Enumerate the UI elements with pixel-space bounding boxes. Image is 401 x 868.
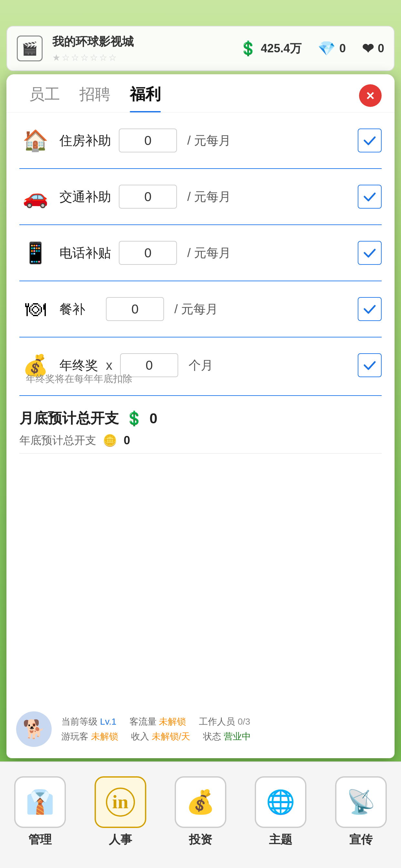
heart-value: 0 xyxy=(378,42,384,55)
top-status-bar: 🎬 我的环球影视城 ★☆☆☆☆☆☆ 💲 425.4万 💎 0 ❤ 0 xyxy=(6,26,395,71)
invest-icon-wrap: 💰 xyxy=(175,776,226,828)
diamond-icon: 💎 xyxy=(318,40,335,57)
manage-label: 管理 xyxy=(28,832,52,848)
status-value: 营业中 xyxy=(224,732,251,741)
cinema-info: 我的环球影视城 ★☆☆☆☆☆☆ xyxy=(52,34,134,63)
diamond-value: 0 xyxy=(339,42,346,55)
invest-label: 投资 xyxy=(189,832,212,848)
promo-icon-wrap: 📡 xyxy=(335,776,387,828)
theme-label: 主题 xyxy=(269,832,292,848)
meal-unit: / 元每月 xyxy=(174,301,218,317)
tab-employees[interactable]: 员工 xyxy=(19,84,70,113)
nav-promo[interactable]: 📡 宣传 xyxy=(329,776,393,848)
level-value: Lv.1 xyxy=(100,717,117,726)
meal-check[interactable] xyxy=(358,297,382,321)
venue-stats-row-1: 当前等级 Lv.1 客流量 未解锁 工作人员 0/3 xyxy=(61,716,385,728)
transport-input[interactable] xyxy=(119,185,177,209)
phone-icon: 📱 xyxy=(19,237,52,269)
bonus-sublabel: 年终奖将在每年年底扣除 xyxy=(26,372,382,389)
staff-label: 工作人员 0/3 xyxy=(199,716,250,728)
modal-tab-bar: 员工 招聘 福利 × xyxy=(6,74,395,113)
logo-icon: 🎬 xyxy=(22,41,38,56)
nav-invest[interactable]: 💰 投资 xyxy=(168,776,233,848)
flow-value: 未解锁 xyxy=(159,717,186,726)
benefit-phone-row: 📱 电话补贴 / 元每月 xyxy=(19,225,382,281)
housing-icon: 🏠 xyxy=(19,124,52,157)
summary-divider xyxy=(19,453,382,454)
status-label: 状态 营业中 xyxy=(203,731,251,743)
monthly-expense-label: 月底预计总开支 xyxy=(19,409,119,428)
cinema-name: 我的环球影视城 xyxy=(52,34,134,50)
venue-info-bar: 🐕 当前等级 Lv.1 客流量 未解锁 工作人员 0/3 游玩客 未解锁 收入 … xyxy=(6,700,395,758)
modal-body: 🏠 住房补助 / 元每月 🚗 交通补助 / 元每月 📱 xyxy=(6,113,395,758)
entry-value: 未解锁/天 xyxy=(152,732,190,741)
housing-input[interactable] xyxy=(119,128,177,152)
bottom-navigation: 👔 管理 in 人事 💰 投资 🌐 主题 📡 宣传 xyxy=(0,762,401,868)
cinema-logo: 🎬 xyxy=(17,35,42,61)
transport-icon: 🚗 xyxy=(19,181,52,213)
phone-input[interactable] xyxy=(119,241,177,265)
transport-check[interactable] xyxy=(358,185,382,209)
manage-icon: 👔 xyxy=(26,788,55,816)
diamond-stat: 💎 0 xyxy=(318,40,346,57)
invest-icon: 💰 xyxy=(186,788,215,816)
bonus-x: x xyxy=(106,358,112,373)
yearly-expense-label: 年底预计总开支 xyxy=(19,433,96,448)
meal-input[interactable] xyxy=(106,297,164,321)
top-stats: 💲 425.4万 💎 0 ❤ 0 xyxy=(239,40,384,57)
flow-label: 客流量 未解锁 xyxy=(129,716,186,728)
tab-recruit[interactable]: 招聘 xyxy=(70,84,120,113)
nav-theme[interactable]: 🌐 主题 xyxy=(248,776,313,848)
benefit-meal-row: 🍽 餐补 / 元每月 xyxy=(19,281,382,337)
venue-stats-row-2: 游玩客 未解锁 收入 未解锁/天 状态 营业中 xyxy=(61,731,385,743)
bonus-label: 年终奖 xyxy=(59,356,98,374)
hr-label: 人事 xyxy=(109,832,132,848)
monthly-expense-value: 0 xyxy=(150,410,157,427)
visitor-label: 游玩客 未解锁 xyxy=(61,731,118,743)
yearly-expense-value: 0 xyxy=(124,434,130,447)
theme-icon-wrap: 🌐 xyxy=(255,776,306,828)
monthly-expense-row: 月底预计总开支 💲 0 xyxy=(19,409,382,428)
level-label: 当前等级 Lv.1 xyxy=(61,716,117,728)
phone-label: 电话补贴 xyxy=(59,244,111,262)
tab-benefits[interactable]: 福利 xyxy=(120,84,171,113)
benefit-bonus-section: 💰 年终奖 x 个月 年终奖将在每年年底扣除 xyxy=(19,337,382,396)
money-stat: 💲 425.4万 xyxy=(239,40,302,57)
promo-label: 宣传 xyxy=(349,832,373,848)
expense-summary: 月底预计总开支 💲 0 年底预计总开支 🪙 0 xyxy=(19,396,382,463)
transport-label: 交通补助 xyxy=(59,188,111,206)
monthly-coin-icon: 💲 xyxy=(125,410,143,427)
heart-stat: ❤ 0 xyxy=(362,40,384,57)
visitor-value: 未解锁 xyxy=(91,732,118,741)
heart-icon: ❤ xyxy=(362,40,374,57)
housing-label: 住房补助 xyxy=(59,132,111,150)
transport-unit: / 元每月 xyxy=(187,189,231,205)
housing-unit: / 元每月 xyxy=(187,132,231,149)
money-value: 425.4万 xyxy=(261,41,302,57)
staff-value: 0/3 xyxy=(238,717,250,726)
benefit-housing-row: 🏠 住房补助 / 元每月 xyxy=(19,113,382,169)
cinema-stars: ★☆☆☆☆☆☆ xyxy=(52,52,134,63)
promo-icon: 📡 xyxy=(346,788,375,816)
bonus-unit: 个月 xyxy=(189,357,213,374)
hr-icon-wrap: in xyxy=(95,776,146,828)
meal-label: 餐补 xyxy=(59,300,98,318)
venue-details: 当前等级 Lv.1 客流量 未解锁 工作人员 0/3 游玩客 未解锁 收入 未解… xyxy=(61,716,385,743)
money-icon: 💲 xyxy=(239,40,257,57)
entry-label: 收入 未解锁/天 xyxy=(131,731,190,743)
phone-check[interactable] xyxy=(358,241,382,265)
benefit-transport-row: 🚗 交通补助 / 元每月 xyxy=(19,169,382,225)
venue-avatar: 🐕 xyxy=(16,711,52,747)
nav-manage[interactable]: 👔 管理 xyxy=(8,776,72,848)
housing-check[interactable] xyxy=(358,128,382,152)
hr-icon: in xyxy=(106,787,135,817)
phone-unit: / 元每月 xyxy=(187,245,231,261)
theme-icon: 🌐 xyxy=(266,788,295,816)
bonus-check[interactable] xyxy=(358,353,382,377)
meal-icon: 🍽 xyxy=(19,293,52,325)
modal-close-button[interactable]: × xyxy=(359,84,382,107)
benefits-modal: 员工 招聘 福利 × 🏠 住房补助 / 元每月 🚗 交通 xyxy=(6,74,395,758)
nav-hr[interactable]: in 人事 xyxy=(88,776,153,848)
yearly-coin-icon: 🪙 xyxy=(103,434,117,447)
yearly-expense-row: 年底预计总开支 🪙 0 xyxy=(19,433,382,448)
